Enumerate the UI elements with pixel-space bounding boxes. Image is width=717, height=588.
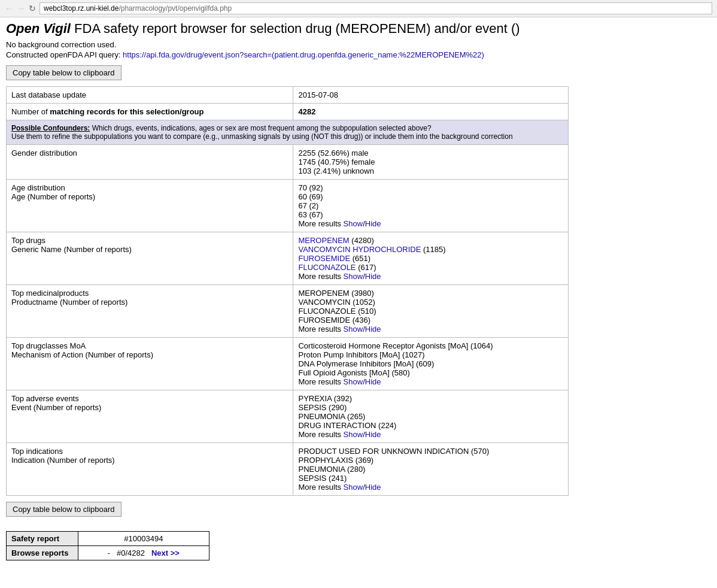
browser-bar: ← → ↻ webcl3top.rz.uni-kiel.de/pharmacol… bbox=[0, 0, 717, 17]
drugclasses-hide-link[interactable]: Hide bbox=[365, 377, 381, 386]
top-drugclasses-row: Top drugclasses MoAMechanism of Action (… bbox=[7, 338, 569, 390]
top-drugs-label: Top drugsGeneric Name (Number of reports… bbox=[7, 232, 293, 285]
age-label: Age distributionAge (Number of reports) bbox=[7, 180, 293, 232]
top-indications-label: Top indicationsIndication (Number of rep… bbox=[7, 443, 293, 496]
page-title-italic: Open Vigil bbox=[6, 21, 71, 36]
age-hide-link[interactable]: Hide bbox=[365, 219, 381, 228]
page-content: Open Vigil FDA safety report browser for… bbox=[0, 17, 717, 564]
api-query-link[interactable]: https://api.fda.gov/drug/event.json?sear… bbox=[123, 50, 484, 59]
gender-row: Gender distribution 2255 (52.66%) male 1… bbox=[7, 145, 569, 180]
confounders-subtext: Use them to refine the subpopulations yo… bbox=[11, 132, 513, 141]
safety-report-row: Safety report #10003494 bbox=[7, 532, 209, 546]
db-update-value: 2015-07-08 bbox=[293, 87, 569, 104]
browse-current: #0/4282 bbox=[117, 548, 145, 557]
age-show-hide: Show/Hide bbox=[344, 219, 381, 228]
confounders-title: Possible Confounders: bbox=[11, 124, 90, 132]
safety-report-value: #10003494 bbox=[78, 532, 209, 546]
page-title: Open Vigil FDA safety report browser for… bbox=[6, 21, 711, 37]
drugclasses-show-link[interactable]: Show bbox=[344, 377, 363, 386]
copy-button-top[interactable]: Copy table below to clipboard bbox=[6, 65, 121, 80]
drug-vancomycin-link[interactable]: VANCOMYCIN HYDROCHLORIDE bbox=[298, 245, 421, 254]
copy-button-bottom[interactable]: Copy table below to clipboard bbox=[6, 502, 121, 517]
reload-button[interactable]: ↻ bbox=[29, 4, 36, 13]
browse-reports-value: - #0/4282 Next >> bbox=[78, 546, 209, 560]
medproducts-show-link[interactable]: Show bbox=[344, 325, 363, 334]
indications-show-hide: Show/Hide bbox=[344, 483, 381, 492]
top-adverse-values: PYREXIA (392) SEPSIS (290) PNEUMONIA (26… bbox=[293, 390, 569, 443]
db-update-row: Last database update 2015-07-08 bbox=[7, 87, 569, 104]
top-medproducts-label: Top medicinalproductsProductname (Number… bbox=[7, 285, 293, 338]
address-domain: webcl3top.rz.uni-kiel.de bbox=[44, 4, 119, 13]
matching-row: Number of matching records for this sele… bbox=[7, 104, 569, 120]
api-query-line: Constructed openFDA API query: https://a… bbox=[6, 50, 711, 59]
browse-reports-row: Browse reports - #0/4282 Next >> bbox=[7, 546, 209, 560]
address-bar[interactable]: webcl3top.rz.uni-kiel.de/pharmacology/pv… bbox=[40, 2, 712, 14]
adverse-show-link[interactable]: Show bbox=[344, 430, 363, 439]
api-query-label: Constructed openFDA API query: bbox=[6, 50, 123, 59]
top-indications-row: Top indicationsIndication (Number of rep… bbox=[7, 443, 569, 496]
top-drugclasses-values: Corticosteroid Hormone Receptor Agonists… bbox=[293, 338, 569, 390]
main-table: Last database update 2015-07-08 Number o… bbox=[6, 86, 569, 496]
report-table: Safety report #10003494 Browse reports -… bbox=[6, 531, 209, 560]
top-indications-values: PRODUCT USED FOR UNKNOWN INDICATION (570… bbox=[293, 443, 569, 496]
drug-fluconazole-link[interactable]: FLUCONAZOLE bbox=[298, 263, 356, 272]
drugs-show-link[interactable]: Show bbox=[344, 272, 363, 281]
top-medproducts-row: Top medicinalproductsProductname (Number… bbox=[7, 285, 569, 338]
db-update-label: Last database update bbox=[7, 87, 293, 104]
browse-reports-label: Browse reports bbox=[7, 546, 78, 560]
age-values: 70 (92) 60 (69) 67 (2) 63 (67) More resu… bbox=[293, 180, 569, 232]
top-adverse-row: Top adverse eventsEvent (Number of repor… bbox=[7, 390, 569, 443]
gender-label: Gender distribution bbox=[7, 145, 293, 180]
confounders-question: Which drugs, events, indications, ages o… bbox=[90, 124, 431, 132]
browse-prefix: - bbox=[108, 548, 110, 557]
forward-button[interactable]: → bbox=[17, 4, 25, 13]
matching-value: 4282 bbox=[293, 104, 569, 120]
indications-show-link[interactable]: Show bbox=[344, 483, 363, 492]
gender-values: 2255 (52.66%) male 1745 (40.75%) female … bbox=[293, 145, 569, 180]
age-row: Age distributionAge (Number of reports) … bbox=[7, 180, 569, 232]
indications-hide-link[interactable]: Hide bbox=[365, 483, 381, 492]
drugclasses-show-hide: Show/Hide bbox=[344, 377, 381, 386]
medproducts-hide-link[interactable]: Hide bbox=[365, 325, 381, 334]
back-button[interactable]: ← bbox=[5, 4, 13, 13]
safety-report-label: Safety report bbox=[7, 532, 78, 546]
adverse-show-hide: Show/Hide bbox=[344, 430, 381, 439]
address-path: /pharmacology/pvt/openvigilfda.php bbox=[119, 4, 232, 13]
confounders-header-cell: Possible Confounders: Which drugs, event… bbox=[7, 120, 569, 145]
drug-furosemide-link[interactable]: FUROSEMIDE bbox=[298, 254, 350, 263]
adverse-hide-link[interactable]: Hide bbox=[365, 430, 381, 439]
matching-label: Number of matching records for this sele… bbox=[7, 104, 293, 120]
age-show-link[interactable]: Show bbox=[344, 219, 363, 228]
matching-bold: matching records for this selection/grou… bbox=[50, 107, 203, 116]
browse-next-link[interactable]: Next >> bbox=[151, 548, 180, 557]
page-title-rest: FDA safety report browser for selection … bbox=[71, 21, 520, 36]
top-drugs-values: MEROPENEM (4280) VANCOMYCIN HYDROCHLORID… bbox=[293, 232, 569, 285]
top-adverse-label: Top adverse eventsEvent (Number of repor… bbox=[7, 390, 293, 443]
drug-meropenem-link[interactable]: MEROPENEM bbox=[298, 236, 349, 245]
top-drugs-row: Top drugsGeneric Name (Number of reports… bbox=[7, 232, 569, 285]
matching-prefix: Number of bbox=[11, 107, 50, 116]
no-background-text: No background correction used. bbox=[6, 40, 711, 49]
top-medproducts-values: MEROPENEM (3980) VANCOMYCIN (1052) FLUCO… bbox=[293, 285, 569, 338]
medproducts-show-hide: Show/Hide bbox=[344, 325, 381, 334]
drugs-hide-link[interactable]: Hide bbox=[365, 272, 381, 281]
confounders-header-row: Possible Confounders: Which drugs, event… bbox=[7, 120, 569, 145]
top-drugclasses-label: Top drugclasses MoAMechanism of Action (… bbox=[7, 338, 293, 390]
drugs-show-hide: Show/Hide bbox=[344, 272, 381, 281]
